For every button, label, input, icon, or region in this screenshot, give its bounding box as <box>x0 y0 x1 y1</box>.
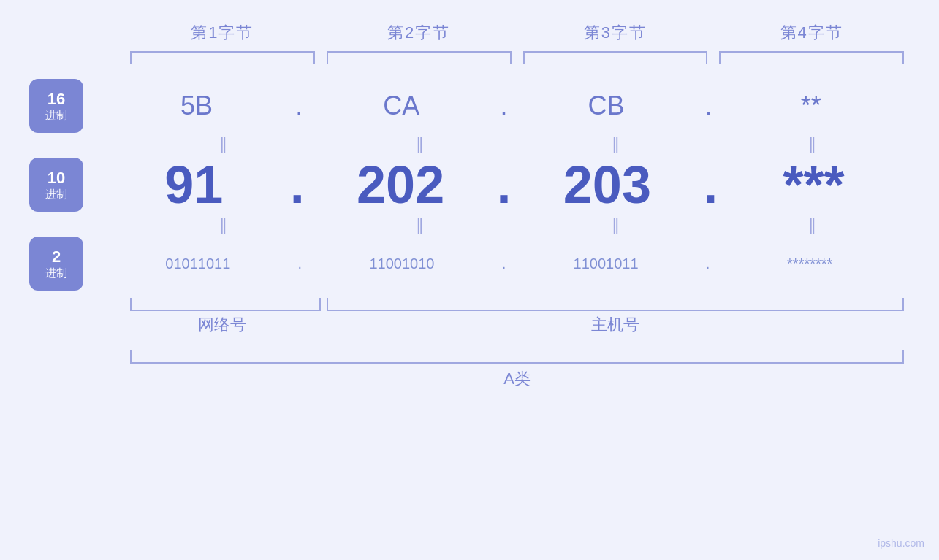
decimal-badge-label: 进制 <box>45 188 67 201</box>
dec-b1: 91 <box>98 155 290 215</box>
bin-b4: ******** <box>710 256 910 272</box>
hex-badge-label: 进制 <box>45 109 67 122</box>
dec-dot1: . <box>290 155 305 215</box>
bottom-section: 网络号 主机号 A类 <box>124 298 910 390</box>
eq1-b2: ‖ <box>321 134 517 153</box>
byte1-header: 第1字节 <box>124 22 321 44</box>
bin-b3: 11001011 <box>506 256 706 272</box>
bracket-top-2 <box>327 51 512 64</box>
binary-badge-number: 2 <box>52 248 61 266</box>
hex-dot1: . <box>295 91 303 121</box>
dec-b4: *** <box>718 155 910 215</box>
main-container: 第1字节 第2字节 第3字节 第4字节 16 进制 5B . CA . CB .… <box>0 0 939 560</box>
bracket-host <box>327 298 904 311</box>
decimal-badge: 10 进制 <box>29 158 83 212</box>
bracket-top-1 <box>130 51 315 64</box>
byte4-header: 第4字节 <box>713 22 910 44</box>
binary-values: 01011011 . 11001010 . 11001011 . *******… <box>83 256 910 272</box>
hex-b3: CB <box>508 91 705 121</box>
bottom-brackets-row <box>124 298 910 311</box>
hex-values: 5B . CA . CB . ** <box>83 91 910 121</box>
dec-dot3: . <box>703 155 718 215</box>
eq1-b3: ‖ <box>517 134 714 153</box>
bin-b2: 11001010 <box>302 256 502 272</box>
bracket-top-4 <box>719 51 904 64</box>
bracket-full <box>130 350 904 364</box>
eq2-b1: ‖ <box>124 216 321 235</box>
hex-dot2: . <box>500 91 507 121</box>
class-bracket-row <box>124 350 910 364</box>
hex-b1: 5B <box>98 91 295 121</box>
eq2-b4: ‖ <box>713 216 910 235</box>
decimal-row: 10 进制 91 . 202 . 203 . *** <box>29 155 910 215</box>
bracket-net <box>130 298 321 311</box>
class-label: A类 <box>124 368 910 390</box>
equals-row-1: ‖ ‖ ‖ ‖ <box>124 133 910 155</box>
bin-b1: 01011011 <box>98 256 298 272</box>
header-row: 第1字节 第2字节 第3字节 第4字节 <box>124 22 910 44</box>
network-label: 网络号 <box>124 314 321 336</box>
equals-row-2: ‖ ‖ ‖ ‖ <box>124 215 910 237</box>
eq1-b4: ‖ <box>713 134 910 153</box>
eq2-b2: ‖ <box>321 216 517 235</box>
hex-badge: 16 进制 <box>29 79 83 133</box>
eq1-b1: ‖ <box>124 134 321 153</box>
watermark: ipshu.com <box>878 537 924 549</box>
decimal-badge-number: 10 <box>47 169 65 188</box>
byte3-header: 第3字节 <box>517 22 714 44</box>
hex-b4: ** <box>712 91 910 121</box>
host-label: 主机号 <box>321 314 910 336</box>
hex-dot3: . <box>705 91 712 121</box>
top-brackets <box>124 51 910 64</box>
dec-b3: 203 <box>512 155 704 215</box>
dec-dot2: . <box>496 155 511 215</box>
eq2-b3: ‖ <box>517 216 714 235</box>
binary-badge: 2 进制 <box>29 237 83 291</box>
hex-badge-number: 16 <box>47 90 65 109</box>
bracket-top-3 <box>523 51 708 64</box>
hex-b2: CA <box>303 91 500 121</box>
hex-row: 16 进制 5B . CA . CB . ** <box>29 79 910 133</box>
byte2-header: 第2字节 <box>321 22 517 44</box>
decimal-values: 91 . 202 . 203 . *** <box>83 155 910 215</box>
network-host-labels: 网络号 主机号 <box>124 314 910 336</box>
binary-badge-label: 进制 <box>45 266 67 280</box>
binary-row: 2 进制 01011011 . 11001010 . 11001011 . **… <box>29 237 910 291</box>
dec-b2: 202 <box>305 155 497 215</box>
